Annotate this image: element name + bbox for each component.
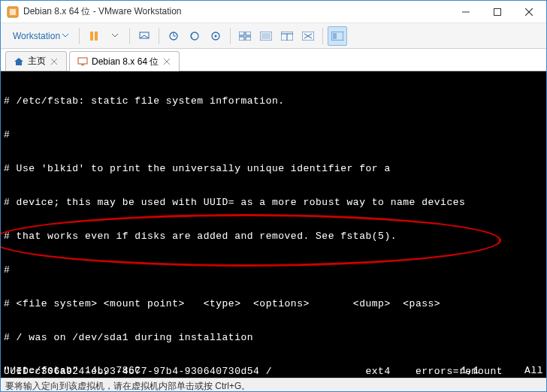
tab-vm[interactable]: Debian 8.x 64 位	[69, 51, 180, 71]
toolbar: Workstation	[1, 23, 546, 49]
terminal-line: # <file system> <mount point> <type> <op…	[4, 298, 543, 309]
bottombar: 要将输入定向到该虚拟机，请在虚拟机内部单击或按 Ctrl+G。	[1, 378, 546, 392]
play-dropdown-button[interactable]	[105, 26, 125, 46]
svg-rect-13	[239, 32, 244, 35]
snapshot-manager-button[interactable]	[206, 26, 225, 46]
terminal-line: #	[4, 129, 543, 140]
snapshot-button[interactable]	[164, 26, 183, 46]
view-fullscreen-button[interactable]	[256, 26, 276, 46]
status-file: "/etc/fstab" 14L, 786C	[4, 365, 461, 376]
separator	[79, 28, 80, 44]
svg-rect-28	[81, 65, 84, 65]
home-icon	[14, 57, 24, 66]
svg-rect-24	[333, 33, 337, 39]
view-stretch-button[interactable]	[298, 26, 318, 46]
close-icon[interactable]	[50, 57, 59, 66]
terminal-line: # / was on /dev/sda1 during installation	[4, 332, 543, 343]
pause-button[interactable]	[84, 26, 104, 46]
svg-rect-15	[239, 37, 244, 41]
status-mode: All	[524, 365, 543, 376]
terminal-line: # Use 'blkid' to print the universally u…	[4, 163, 543, 174]
svg-rect-6	[90, 32, 93, 41]
titlebar: Debian 8.x 64 位 - VMware Workstation	[1, 1, 546, 23]
svg-rect-3	[494, 8, 501, 15]
tab-home-label: 主页	[28, 55, 46, 68]
tab-vm-label: Debian 8.x 64 位	[92, 56, 159, 68]
separator	[159, 28, 159, 44]
svg-point-10	[191, 32, 198, 40]
terminal-line: #	[4, 264, 543, 276]
view-console-button[interactable]	[328, 26, 347, 46]
view-thumbnail-button[interactable]	[235, 26, 255, 46]
svg-rect-16	[246, 37, 251, 41]
terminal-line: # device; this may be used with UUID= as…	[4, 197, 543, 208]
close-button[interactable]	[513, 2, 545, 23]
svg-rect-14	[246, 32, 251, 35]
separator	[230, 28, 231, 44]
maximize-button[interactable]	[482, 2, 513, 23]
chevron-down-icon	[62, 34, 68, 38]
svg-rect-7	[95, 32, 98, 41]
send-button[interactable]	[134, 26, 154, 46]
close-icon[interactable]	[162, 57, 171, 66]
app-icon	[7, 6, 19, 18]
vim-statusline: "/etc/fstab" 14L, 786C 1,1 All	[4, 365, 543, 376]
terminal-line: # /etc/fstab: static file system informa…	[4, 95, 543, 107]
tabbar: 主页 Debian 8.x 64 位	[1, 49, 546, 71]
input-hint: 要将输入定向到该虚拟机，请在虚拟机内部单击或按 Ctrl+G。	[5, 381, 250, 391]
workstation-menu[interactable]: Workstation	[7, 28, 74, 44]
separator	[129, 28, 130, 44]
terminal-line: # that works even if disks are added and…	[4, 231, 543, 242]
minimize-button[interactable]	[450, 2, 482, 23]
window-title: Debian 8.x 64 位 - VMware Workstation	[23, 5, 450, 18]
svg-rect-27	[78, 58, 87, 64]
terminal-console[interactable]: # /etc/fstab: static file system informa…	[1, 71, 546, 378]
svg-point-12	[215, 35, 217, 37]
view-unity-button[interactable]	[277, 26, 297, 46]
svg-rect-18	[261, 33, 270, 39]
tab-home[interactable]: 主页	[5, 51, 67, 71]
snapshot-revert-button[interactable]	[185, 26, 204, 46]
status-position: 1,1	[461, 365, 479, 376]
svg-rect-1	[10, 9, 16, 15]
workstation-menu-label: Workstation	[13, 31, 60, 41]
monitor-icon	[77, 57, 88, 66]
separator	[322, 28, 323, 44]
